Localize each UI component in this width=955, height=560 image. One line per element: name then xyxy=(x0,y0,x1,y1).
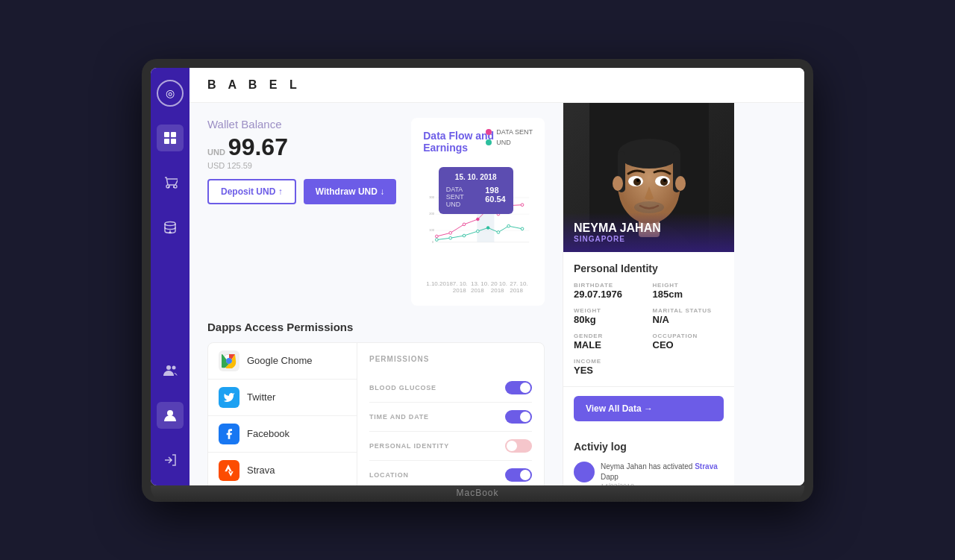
label-occupation: OCCUPATION xyxy=(653,333,724,339)
main-content: B A B E L Wallet Balance UND 99.67 xyxy=(190,68,804,485)
svg-point-24 xyxy=(463,223,466,226)
deposit-button[interactable]: Deposit UND ↑ xyxy=(207,179,296,204)
identity-title: Personal Identity xyxy=(574,262,724,274)
activity-date-1: 14/03/2018 xyxy=(601,482,724,485)
sidebar-item-dashboard[interactable] xyxy=(157,125,184,151)
value-occupation: CEO xyxy=(653,339,724,350)
svg-point-48 xyxy=(613,176,623,191)
field-income: INCOME YES xyxy=(574,358,645,376)
body-area: Wallet Balance UND 99.67 USD 125.59 Depo… xyxy=(190,103,804,485)
x-label-4: 20 10. 2018 xyxy=(491,280,510,294)
activity-link-1[interactable]: Strava xyxy=(695,462,718,471)
toggle-time-date[interactable] xyxy=(505,410,532,424)
svg-point-22 xyxy=(436,235,439,238)
svg-point-31 xyxy=(449,236,452,239)
svg-point-34 xyxy=(487,226,490,229)
svg-point-23 xyxy=(449,231,452,234)
profile-name: NEYMA JAHAN xyxy=(574,221,724,235)
label-weight: WEIGHT xyxy=(574,307,645,314)
identity-section: Personal Identity BIRTHDATE 29.07.1976 H… xyxy=(563,252,734,387)
permissions-panel: PERMISSIONS BLOOD GLUCOSE TIME AND DATE xyxy=(357,343,544,485)
dapps-list: Google Chome Twitter xyxy=(208,343,357,485)
dapps-section: Dapps Access Permissions xyxy=(207,321,545,485)
left-panel: Wallet Balance UND 99.67 USD 125.59 Depo… xyxy=(190,103,563,485)
field-birthdate: BIRTHDATE 29.07.1976 xyxy=(574,282,645,300)
svg-point-4 xyxy=(168,186,169,188)
wallet-unit: UND xyxy=(207,148,225,157)
activity-title: Activiy log xyxy=(574,441,724,453)
permission-location: LOCATION xyxy=(369,461,532,485)
sidebar-item-database[interactable] xyxy=(157,214,184,241)
activity-section: Activiy log Neyma Jahan has activated St… xyxy=(563,430,734,485)
sidebar-item-users[interactable] xyxy=(157,357,184,384)
profile-image-section: NEYMA JAHAN SINGAPORE xyxy=(563,103,734,252)
dapp-item-strava[interactable]: Strava xyxy=(208,453,357,485)
laptop-frame: ◎ xyxy=(142,59,813,502)
label-gender: GENDER xyxy=(574,333,645,339)
svg-point-30 xyxy=(436,238,439,241)
label-income: INCOME xyxy=(574,358,645,365)
x-label-1: 1.10.2018 xyxy=(426,280,453,294)
svg-rect-3 xyxy=(171,139,176,144)
logo-icon: ◎ xyxy=(166,87,175,99)
dapp-name-chrome: Google Chome xyxy=(247,355,312,366)
svg-point-54 xyxy=(636,179,639,182)
x-label-3: 13. 10. 2018 xyxy=(471,280,491,294)
toggle-blood-glucose[interactable] xyxy=(505,381,532,394)
dapp-item-facebook[interactable]: Facebook xyxy=(208,416,357,453)
x-label-2: 7. 10. 2018 xyxy=(453,280,471,294)
withdraw-button[interactable]: Withdraw UND ↓ xyxy=(304,179,397,204)
dapp-name-facebook: Facebook xyxy=(247,428,289,439)
identity-grid: BIRTHDATE 29.07.1976 HEIGHT 185cm WEIGHT… xyxy=(574,282,724,376)
value-height: 185cm xyxy=(653,289,724,300)
svg-point-25 xyxy=(477,218,480,221)
label-height: HEIGHT xyxy=(653,282,724,289)
sidebar-item-shopping[interactable] xyxy=(157,169,184,196)
permission-time-date: TIME AND DATE xyxy=(369,403,532,432)
chart-legend: DATA SENT UND xyxy=(486,128,533,146)
svg-rect-1 xyxy=(171,132,176,137)
svg-rect-2 xyxy=(164,139,169,144)
field-weight: WEIGHT 80kg xyxy=(574,307,645,325)
dapp-item-chrome[interactable]: Google Chome xyxy=(208,343,357,380)
svg-text:100: 100 xyxy=(429,228,435,232)
field-gender: GENDER MALE xyxy=(574,333,645,350)
dapp-item-twitter[interactable]: Twitter xyxy=(208,380,357,416)
svg-point-11 xyxy=(167,410,173,416)
toggle-location[interactable] xyxy=(505,468,532,482)
activity-item-1: Neyma Jahan has activated Strava Dapp 14… xyxy=(574,462,724,485)
tooltip-values: DATA SENT UND 198 60.54 xyxy=(446,186,506,208)
field-marital: MARITAL STATUS N/A xyxy=(653,307,724,325)
screen: ◎ xyxy=(151,68,804,485)
wallet-title: Wallet Balance xyxy=(207,118,396,130)
profile-overlay: NEYMA JAHAN SINGAPORE xyxy=(563,213,734,252)
perm-label-2: TIME AND DATE xyxy=(369,413,429,421)
svg-point-29 xyxy=(521,203,524,206)
view-all-button[interactable]: View All Data → xyxy=(574,396,724,421)
dapp-name-strava: Strava xyxy=(247,465,275,476)
svg-text:0: 0 xyxy=(432,240,434,244)
svg-point-5 xyxy=(173,186,175,188)
svg-text:200: 200 xyxy=(429,212,435,215)
toggle-personal-identity[interactable] xyxy=(505,439,532,453)
svg-point-35 xyxy=(497,230,500,233)
svg-point-10 xyxy=(172,365,176,369)
tooltip-date: 15. 10. 2018 xyxy=(446,173,506,181)
svg-point-45 xyxy=(618,139,680,169)
dapps-title: Dapps Access Permissions xyxy=(207,321,545,333)
sidebar-item-logout[interactable] xyxy=(157,447,184,474)
svg-rect-0 xyxy=(164,132,169,137)
wallet-buttons: Deposit UND ↑ Withdraw UND ↓ xyxy=(207,179,396,204)
chrome-icon xyxy=(219,350,239,371)
right-panel: NEYMA JAHAN SINGAPORE Personal Identity … xyxy=(563,103,734,485)
value-income: YES xyxy=(574,365,645,376)
perm-label-4: LOCATION xyxy=(369,471,409,479)
strava-icon xyxy=(219,460,239,481)
sidebar-logo[interactable]: ◎ xyxy=(157,80,184,107)
wallet-amount: 99.67 xyxy=(228,133,288,161)
brand-title: B A B E L xyxy=(207,78,301,92)
tooltip-val2: 60.54 xyxy=(485,195,506,204)
legend-sent-label: DATA SENT xyxy=(496,128,533,136)
svg-point-36 xyxy=(507,224,510,227)
sidebar-item-profile[interactable] xyxy=(157,402,184,429)
